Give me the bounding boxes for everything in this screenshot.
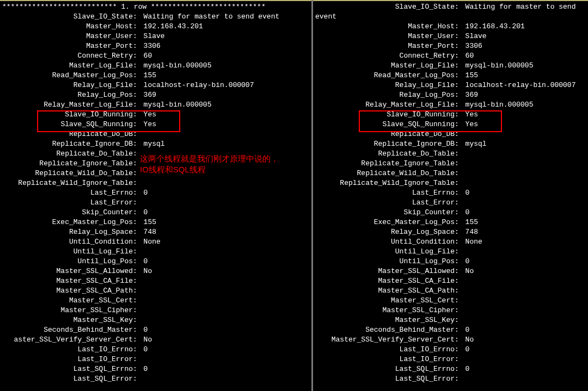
annotation-text: 这两个线程就是我们刚才原理中说的， IO线程和SQL线程 (140, 153, 303, 175)
colon-sep: : (455, 178, 465, 188)
status-key: Last_IO_Error (0, 355, 133, 364)
colon-sep: : (455, 325, 465, 335)
status-value: mysql-bin.000005 (465, 61, 534, 71)
status-row: Seconds_Behind_Master: 0 (0, 325, 311, 335)
status-row: Until_Condition: None (313, 237, 588, 247)
status-key: Master_Host (313, 22, 455, 32)
status-row: Until_Log_File: (0, 247, 311, 257)
colon-sep: : (133, 80, 144, 90)
status-key: Replicate_Wild_Do_Table (0, 169, 133, 178)
status-value: 3306 (465, 41, 482, 51)
status-key: Master_SSL_Allowed (0, 266, 133, 276)
status-row: Skip_Counter: 0 (0, 208, 311, 218)
status-key: Master_SSL_Allowed (313, 266, 455, 276)
status-value: 0 (465, 188, 470, 198)
status-value: localhost-relay-bin.000007 (465, 80, 576, 90)
colon-sep: : (133, 374, 144, 384)
colon-sep: : (455, 22, 465, 32)
status-value: 0 (465, 345, 470, 355)
status-value: 0 (465, 208, 470, 218)
colon-sep: : (455, 80, 465, 90)
status-key: Slave_IO_State (0, 12, 133, 22)
colon-sep: : (455, 198, 465, 208)
status-value: mysql-bin.000005 (144, 100, 212, 110)
status-value: Yes (465, 120, 478, 129)
status-key: Master_Port (0, 41, 133, 51)
status-value: 155 (465, 218, 478, 227)
status-key: Last_SQL_Errno (313, 364, 455, 374)
status-row: Master_Host: 192.168.43.201 (313, 22, 588, 32)
status-row: Relay_Log_Space: 748 (0, 227, 311, 237)
status-key: Read_Master_Log_Pos (313, 71, 455, 80)
colon-sep: : (455, 159, 465, 169)
colon-sep: : (455, 51, 465, 61)
status-key: Relay_Log_Space (0, 227, 133, 237)
colon-sep: : (133, 335, 144, 345)
colon-sep: : (133, 41, 144, 51)
status-key: Relay_Log_File (313, 80, 455, 90)
status-row: Slave_IO_State: Waiting for master to se… (0, 12, 311, 22)
status-row: Last_Error: (0, 198, 311, 208)
colon-sep: : (133, 120, 144, 129)
status-key: Last_IO_Error (313, 355, 455, 364)
status-key: Replicate_Do_Table (313, 149, 455, 159)
status-key: Master_SSL_Key (313, 315, 455, 325)
colon-sep: : (133, 345, 144, 355)
status-key: Until_Log_Pos (0, 257, 133, 266)
status-row: Master_Port: 3306 (313, 41, 588, 51)
status-key: Last_Errno (0, 188, 133, 198)
colon-sep: : (133, 247, 144, 257)
status-key: Relay_Log_Pos (0, 90, 133, 100)
status-row: Master_Log_File: mysql-bin.000005 (0, 61, 311, 71)
status-row: Relay_Log_Pos: 369 (313, 90, 588, 100)
status-key: Replicate_Wild_Do_Table (313, 169, 455, 178)
status-row: Master_SSL_Cipher: (313, 306, 588, 315)
status-value: 60 (144, 51, 152, 61)
colon-sep: : (455, 208, 465, 218)
status-row: Replicate_Wild_Ignore_Table: (313, 178, 588, 188)
status-row: Last_IO_Error: (313, 355, 588, 364)
status-key: Replicate_Ignore_DB (313, 139, 455, 149)
status-value: 0 (144, 325, 148, 335)
status-value: mysql-bin.000005 (465, 100, 534, 110)
colon-sep: : (455, 110, 465, 120)
status-value: 369 (465, 90, 478, 100)
colon-sep: : (133, 32, 144, 41)
status-key: Master_Log_File (313, 61, 455, 71)
status-key: Exec_Master_Log_Pos (0, 218, 133, 227)
status-row: Replicate_Ignore_Table: (313, 159, 588, 169)
status-row: Exec_Master_Log_Pos: 155 (313, 218, 588, 227)
status-value: 0 (144, 257, 148, 266)
colon-sep: : (133, 364, 144, 374)
status-row: Read_Master_Log_Pos: 155 (313, 71, 588, 80)
colon-sep: : (133, 188, 144, 198)
colon-sep: : (133, 276, 144, 286)
status-key: Master_SSL_Cert (313, 296, 455, 306)
status-row: Relay_Master_Log_File: mysql-bin.000005 (313, 100, 588, 110)
colon-sep: : (455, 266, 465, 276)
colon-sep: : (133, 12, 144, 22)
status-row: Replicate_Wild_Do_Table: (313, 169, 588, 178)
status-value: mysql (144, 139, 165, 149)
colon-sep: : (455, 345, 465, 355)
terminal-pane-left[interactable]: *************************** 1. row *****… (0, 0, 313, 391)
status-value: 3306 (144, 41, 161, 51)
status-key: Relay_Log_Space (313, 227, 455, 237)
status-key: Master_SSL_CA_File (0, 276, 133, 286)
status-row: Master_Port: 3306 (0, 41, 311, 51)
status-row: Read_Master_Log_Pos: 155 (0, 71, 311, 80)
colon-sep: : (133, 178, 144, 188)
terminal-pane-right[interactable]: Slave_IO_State: Waiting for master to se… (313, 0, 588, 391)
status-row: Master_SSL_Key: (0, 315, 311, 325)
status-row: Until_Log_Pos: 0 (313, 257, 588, 266)
status-key: Slave_IO_Running (0, 110, 133, 120)
status-row: Master_Log_File: mysql-bin.000005 (313, 61, 588, 71)
status-key: Until_Condition (313, 237, 455, 247)
status-row: Master_SSL_CA_Path: (0, 286, 311, 296)
colon-sep: : (455, 306, 465, 315)
status-key: Replicate_Wild_Ignore_Table (0, 178, 133, 188)
colon-sep: : (455, 315, 465, 325)
status-row: Relay_Master_Log_File: mysql-bin.000005 (0, 100, 311, 110)
colon-sep: : (455, 61, 465, 71)
status-key: Until_Log_File (313, 247, 455, 257)
